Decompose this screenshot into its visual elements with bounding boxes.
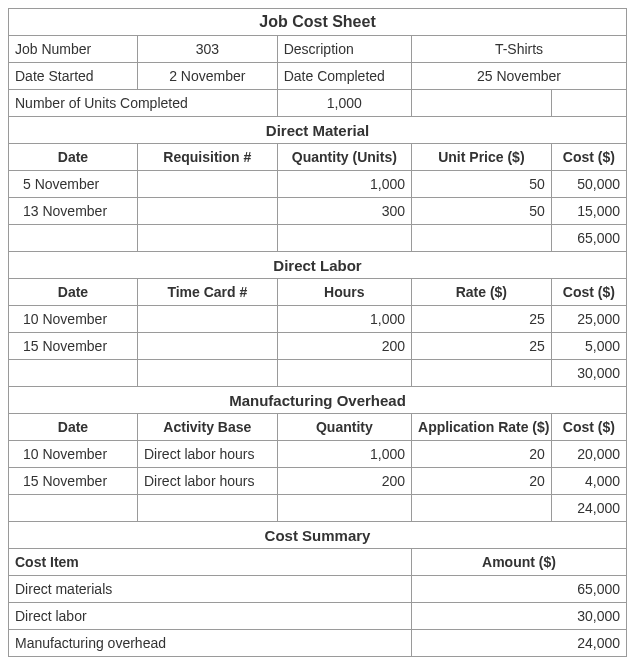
oh-col-cost: Cost ($): [551, 414, 626, 441]
dl-date: 15 November: [9, 333, 138, 360]
empty-cell: [9, 495, 138, 522]
summary-amount: 24,000: [412, 630, 627, 657]
summary-item: Direct materials: [9, 576, 412, 603]
date-completed-value: 25 November: [412, 63, 627, 90]
summary-item: Manufacturing overhead: [9, 630, 412, 657]
dm-date: 5 November: [9, 171, 138, 198]
oh-cost: 4,000: [551, 468, 626, 495]
table-row: Manufacturing overhead 24,000: [9, 630, 627, 657]
oh-date: 15 November: [9, 468, 138, 495]
oh-col-activitybase: Activity Base: [137, 414, 277, 441]
table-row: 65,000: [9, 225, 627, 252]
dl-date: 10 November: [9, 306, 138, 333]
dm-total: 65,000: [551, 225, 626, 252]
dm-unitprice: 50: [412, 171, 552, 198]
dl-total: 30,000: [551, 360, 626, 387]
dl-col-rate: Rate ($): [412, 279, 552, 306]
oh-total: 24,000: [551, 495, 626, 522]
dm-col-date: Date: [9, 144, 138, 171]
dm-requisition: [137, 171, 277, 198]
job-number-value: 303: [137, 36, 277, 63]
empty-cell: [412, 225, 552, 252]
table-row: 15 November 200 25 5,000: [9, 333, 627, 360]
dm-cost: 15,000: [551, 198, 626, 225]
dm-unitprice: 50: [412, 198, 552, 225]
dl-timecard: [137, 333, 277, 360]
direct-labor-header: Direct Labor: [9, 252, 627, 279]
summary-item: Direct labor: [9, 603, 412, 630]
job-cost-sheet-table: Job Cost Sheet Job Number 303 Descriptio…: [8, 8, 627, 657]
dm-col-cost: Cost ($): [551, 144, 626, 171]
dl-cost: 5,000: [551, 333, 626, 360]
table-row: 10 November Direct labor hours 1,000 20 …: [9, 441, 627, 468]
direct-material-header: Direct Material: [9, 117, 627, 144]
empty-cell: [9, 360, 138, 387]
empty-cell: [137, 495, 277, 522]
dl-hours: 1,000: [277, 306, 411, 333]
oh-quantity: 1,000: [277, 441, 411, 468]
dl-hours: 200: [277, 333, 411, 360]
date-completed-label: Date Completed: [277, 63, 411, 90]
description-label: Description: [277, 36, 411, 63]
empty-cell: [412, 360, 552, 387]
dm-cost: 50,000: [551, 171, 626, 198]
dm-quantity: 300: [277, 198, 411, 225]
empty-cell: [277, 360, 411, 387]
description-value: T-Shirts: [412, 36, 627, 63]
table-row: 30,000: [9, 360, 627, 387]
job-number-label: Job Number: [9, 36, 138, 63]
summary-amount: 65,000: [412, 576, 627, 603]
oh-col-apprate: Application Rate ($): [412, 414, 552, 441]
summary-amount: 30,000: [412, 603, 627, 630]
dm-quantity: 1,000: [277, 171, 411, 198]
dl-col-hours: Hours: [277, 279, 411, 306]
oh-date: 10 November: [9, 441, 138, 468]
dl-col-cost: Cost ($): [551, 279, 626, 306]
table-row: Direct materials 65,000: [9, 576, 627, 603]
dm-date: 13 November: [9, 198, 138, 225]
dm-col-quantity: Quantity (Units): [277, 144, 411, 171]
dl-cost: 25,000: [551, 306, 626, 333]
summary-col-item: Cost Item: [9, 549, 412, 576]
empty-cell: [412, 495, 552, 522]
empty-cell: [137, 360, 277, 387]
oh-activitybase: Direct labor hours: [137, 441, 277, 468]
oh-quantity: 200: [277, 468, 411, 495]
summary-header: Cost Summary: [9, 522, 627, 549]
dl-col-date: Date: [9, 279, 138, 306]
table-row: 15 November Direct labor hours 200 20 4,…: [9, 468, 627, 495]
empty-cell: [277, 495, 411, 522]
table-row: 24,000: [9, 495, 627, 522]
empty-cell: [277, 225, 411, 252]
oh-col-date: Date: [9, 414, 138, 441]
oh-col-quantity: Quantity: [277, 414, 411, 441]
empty-cell: [551, 90, 626, 117]
empty-cell: [137, 225, 277, 252]
dl-rate: 25: [412, 306, 552, 333]
sheet-title: Job Cost Sheet: [9, 9, 627, 36]
summary-col-amount: Amount ($): [412, 549, 627, 576]
dm-col-unitprice: Unit Price ($): [412, 144, 552, 171]
dl-col-timecard: Time Card #: [137, 279, 277, 306]
units-completed-label: Number of Units Completed: [9, 90, 278, 117]
dm-requisition: [137, 198, 277, 225]
empty-cell: [412, 90, 552, 117]
table-row: 10 November 1,000 25 25,000: [9, 306, 627, 333]
date-started-value: 2 November: [137, 63, 277, 90]
table-row: Direct labor 30,000: [9, 603, 627, 630]
dm-col-requisition: Requisition #: [137, 144, 277, 171]
oh-apprate: 20: [412, 441, 552, 468]
units-completed-value: 1,000: [277, 90, 411, 117]
dl-rate: 25: [412, 333, 552, 360]
table-row: 13 November 300 50 15,000: [9, 198, 627, 225]
oh-activitybase: Direct labor hours: [137, 468, 277, 495]
date-started-label: Date Started: [9, 63, 138, 90]
empty-cell: [9, 225, 138, 252]
dl-timecard: [137, 306, 277, 333]
oh-apprate: 20: [412, 468, 552, 495]
overhead-header: Manufacturing Overhead: [9, 387, 627, 414]
oh-cost: 20,000: [551, 441, 626, 468]
table-row: 5 November 1,000 50 50,000: [9, 171, 627, 198]
